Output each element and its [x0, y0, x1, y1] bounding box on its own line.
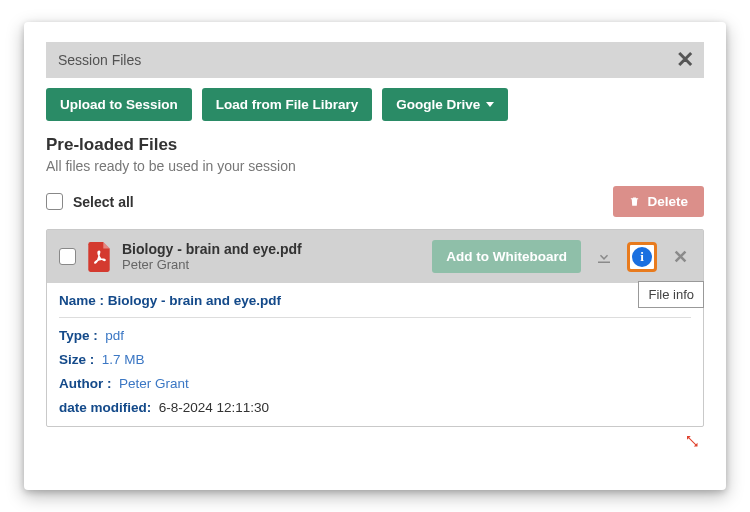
trash-icon: [629, 195, 640, 208]
load-from-library-button[interactable]: Load from File Library: [202, 88, 373, 121]
add-to-whiteboard-button[interactable]: Add to Whiteboard: [432, 240, 581, 273]
section-title: Pre-loaded Files: [46, 135, 704, 155]
name-value: Biology - brain and eye.pdf: [108, 293, 281, 308]
remove-file-button[interactable]: ✕: [667, 244, 693, 270]
file-item-header: Biology - brain and eye.pdf Peter Grant …: [47, 230, 703, 283]
name-label: Name :: [59, 293, 104, 308]
pdf-icon: [86, 242, 112, 272]
close-icon[interactable]: ✕: [676, 49, 694, 71]
load-library-label: Load from File Library: [216, 97, 359, 112]
google-drive-label: Google Drive: [396, 97, 480, 112]
file-info-button[interactable]: i File info: [627, 242, 657, 272]
file-checkbox[interactable]: [59, 248, 76, 265]
author-value: Peter Grant: [119, 376, 189, 391]
file-details: Name : Biology - brain and eye.pdf Type …: [47, 283, 703, 426]
detail-author: Author : Peter Grant: [59, 376, 691, 391]
resize-diagonal-icon: [684, 433, 702, 451]
detail-size: Size : 1.7 MB: [59, 352, 691, 367]
download-icon: [595, 248, 613, 266]
size-label: Size :: [59, 352, 94, 367]
type-value: pdf: [105, 328, 124, 343]
upload-to-session-button[interactable]: Upload to Session: [46, 88, 192, 121]
section-subtitle: All files ready to be used in your sessi…: [46, 158, 704, 174]
modified-label: date modified:: [59, 400, 151, 415]
select-all-label: Select all: [73, 194, 134, 210]
section-header: Pre-loaded Files All files ready to be u…: [46, 135, 704, 174]
google-drive-button[interactable]: Google Drive: [382, 88, 508, 121]
delete-button[interactable]: Delete: [613, 186, 704, 217]
file-name: Biology - brain and eye.pdf: [122, 241, 302, 257]
toolbar: Upload to Session Load from File Library…: [46, 78, 704, 135]
info-icon: i: [632, 247, 652, 267]
modified-value: 6-8-2024 12:11:30: [159, 400, 269, 415]
file-item: Biology - brain and eye.pdf Peter Grant …: [46, 229, 704, 427]
add-to-whiteboard-label: Add to Whiteboard: [446, 249, 567, 264]
detail-name: Name : Biology - brain and eye.pdf: [59, 293, 691, 308]
detail-modified: date modified: 6-8-2024 12:11:30: [59, 400, 691, 415]
size-value: 1.7 MB: [102, 352, 145, 367]
close-icon: ✕: [673, 246, 688, 268]
dialog-header: Session Files ✕: [46, 42, 704, 78]
divider: [59, 317, 691, 318]
detail-type: Type : pdf: [59, 328, 691, 343]
select-all-checkbox[interactable]: [46, 193, 63, 210]
resize-handle[interactable]: [46, 427, 704, 455]
download-button[interactable]: [591, 244, 617, 270]
chevron-down-icon: [486, 102, 494, 107]
session-files-dialog: Session Files ✕ Upload to Session Load f…: [24, 22, 726, 490]
dialog-title: Session Files: [58, 52, 141, 68]
file-info-tooltip: File info: [638, 281, 704, 308]
file-author: Peter Grant: [122, 257, 302, 272]
select-row: Select all Delete: [46, 186, 704, 217]
author-label: Author :: [59, 376, 111, 391]
file-titles: Biology - brain and eye.pdf Peter Grant: [122, 241, 302, 272]
upload-label: Upload to Session: [60, 97, 178, 112]
delete-label: Delete: [647, 194, 688, 209]
type-label: Type :: [59, 328, 98, 343]
select-all[interactable]: Select all: [46, 193, 134, 210]
